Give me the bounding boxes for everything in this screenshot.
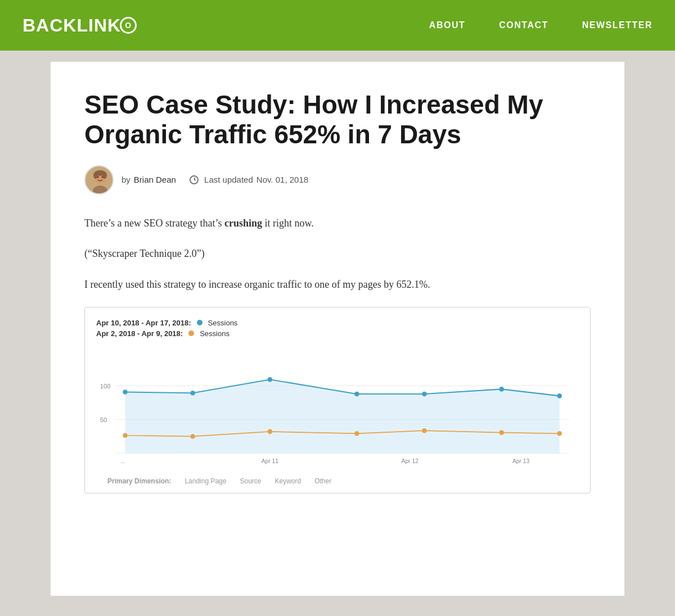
author-name: Brian Dean	[134, 175, 176, 184]
nav-item-newsletter[interactable]: NEWSLETTER	[582, 20, 652, 30]
svg-text:Apr 11: Apr 11	[262, 458, 279, 464]
svg-point-6	[93, 172, 98, 179]
legend-dot-orange	[188, 330, 194, 336]
legend-date-2: Apr 2, 2018 - Apr 9, 2018:	[96, 329, 183, 338]
chart-legend: Apr 10, 2018 - Apr 17, 2018: Sessions Ap…	[96, 319, 579, 338]
clock-icon	[190, 175, 199, 184]
svg-text:Apr 12: Apr 12	[402, 458, 419, 464]
nav-link-newsletter[interactable]: NEWSLETTER	[582, 20, 652, 30]
svg-point-14	[123, 389, 128, 395]
nav-item-contact[interactable]: CONTACT	[499, 20, 548, 30]
svg-point-27	[557, 431, 562, 436]
legend-row-2: Apr 2, 2018 - Apr 9, 2018: Sessions	[96, 329, 579, 338]
article-body: There’s a new SEO strategy that’s crushi…	[84, 215, 591, 293]
nav-links: ABOUT CONTACT NEWSLETTER	[429, 20, 652, 30]
svg-point-19	[499, 387, 504, 392]
svg-text:100: 100	[100, 382, 111, 389]
site-logo[interactable]: BACKLINKO	[22, 15, 429, 36]
footer-source[interactable]: Source	[240, 477, 261, 485]
chart-svg-area: 100 50	[96, 346, 579, 472]
legend-dot-blue	[197, 320, 202, 325]
logo-o-letter: O	[120, 17, 137, 34]
last-updated-label: Last updated	[204, 175, 253, 184]
chart-svg: 100 50	[96, 346, 579, 469]
nav-link-contact[interactable]: CONTACT	[499, 20, 548, 30]
separator	[182, 175, 184, 184]
chart-footer: Primary Dimension: Landing Page Source K…	[96, 472, 579, 487]
page-wrapper: SEO Case Study: How I Increased My Organ…	[39, 51, 636, 616]
content-card: SEO Case Study: How I Increased My Organ…	[51, 62, 624, 596]
svg-point-25	[422, 428, 427, 433]
svg-point-7	[102, 172, 107, 179]
last-updated-date: Nov. 01, 2018	[256, 175, 308, 184]
svg-point-16	[268, 377, 273, 382]
svg-text:50: 50	[100, 416, 107, 423]
svg-point-22	[190, 434, 195, 439]
article-paragraph-3: I recently used this strategy to increas…	[84, 276, 591, 293]
legend-row-1: Apr 10, 2018 - Apr 17, 2018: Sessions	[96, 319, 579, 327]
svg-text:Apr 13: Apr 13	[512, 458, 530, 464]
article-paragraph-1: There’s a new SEO strategy that’s crushi…	[84, 215, 591, 232]
legend-sessions-1: Sessions	[208, 319, 238, 327]
p1-before: There’s a new SEO strategy that’s	[84, 218, 224, 229]
legend-date-1: Apr 10, 2018 - Apr 17, 2018:	[96, 319, 191, 327]
svg-point-23	[268, 429, 273, 434]
logo-text: BACKLINK	[22, 15, 121, 36]
svg-text:...: ...	[120, 458, 125, 464]
navigation: BACKLINKO ABOUT CONTACT NEWSLETTER	[0, 0, 675, 51]
by-label: by	[122, 175, 130, 184]
article-title: SEO Case Study: How I Increased My Organ…	[84, 90, 591, 150]
nav-item-about[interactable]: ABOUT	[429, 20, 465, 30]
p1-after: it right now.	[262, 218, 314, 229]
footer-landing-page[interactable]: Landing Page	[184, 477, 226, 485]
avatar	[84, 165, 114, 194]
svg-point-21	[123, 433, 128, 438]
author-row: by Brian Dean Last updated Nov. 01, 2018	[84, 165, 591, 194]
article-paragraph-2: (“Skyscraper Technique 2.0”)	[84, 245, 591, 262]
footer-other[interactable]: Other	[314, 477, 331, 485]
svg-marker-13	[125, 379, 559, 453]
footer-label: Primary Dimension:	[107, 477, 171, 485]
svg-point-15	[190, 391, 195, 396]
svg-point-26	[499, 430, 504, 435]
chart-container: Apr 10, 2018 - Apr 17, 2018: Sessions Ap…	[84, 307, 591, 493]
legend-sessions-2: Sessions	[200, 329, 230, 338]
author-meta: by Brian Dean Last updated Nov. 01, 2018	[122, 175, 308, 184]
nav-link-about[interactable]: ABOUT	[429, 20, 465, 30]
footer-keyword[interactable]: Keyword	[274, 477, 301, 485]
p1-bold: crushing	[224, 218, 262, 229]
svg-point-20	[557, 393, 562, 398]
svg-point-17	[354, 391, 359, 396]
svg-point-24	[354, 431, 359, 436]
svg-point-18	[422, 391, 427, 396]
